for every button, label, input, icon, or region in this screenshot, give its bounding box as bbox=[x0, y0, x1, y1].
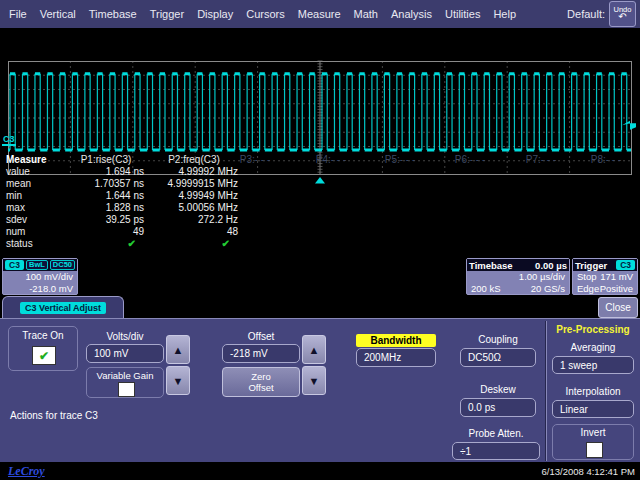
tab-label: C3 Vertical Adjust bbox=[20, 302, 106, 314]
invert-checkbox[interactable] bbox=[586, 442, 603, 458]
measure-row-label-sdev: sdev bbox=[6, 214, 33, 226]
menu-item-measure[interactable]: Measure bbox=[298, 8, 341, 20]
measure-column-header: P6:- - - bbox=[435, 154, 505, 166]
menu-item-display[interactable]: Display bbox=[197, 8, 233, 20]
trigger-level-marker[interactable] bbox=[622, 121, 636, 130]
volts-div-field[interactable]: 100 mV bbox=[86, 344, 164, 363]
measure-row-label-mean: mean bbox=[6, 178, 33, 190]
measure-cell-num: 48 bbox=[150, 226, 238, 238]
offset-down-button[interactable]: ▼ bbox=[302, 366, 326, 395]
trigger-level: 171 mV bbox=[600, 271, 633, 283]
coupling-field[interactable]: DC50Ω bbox=[460, 348, 536, 367]
c3-descriptor-box[interactable]: C3 BwL DC50 100 mV/div -218.0 mV bbox=[2, 258, 78, 295]
close-label: Close bbox=[605, 302, 631, 313]
timebase-title: Timebase bbox=[469, 260, 513, 271]
zero-offset-label-2: Offset bbox=[248, 382, 273, 393]
measure-cell-status: ✔ bbox=[150, 238, 238, 250]
menu-item-trigger[interactable]: Trigger bbox=[150, 8, 184, 20]
trigger-slope: Positive bbox=[600, 283, 633, 295]
measure-column-p7: P7:- - - bbox=[506, 154, 576, 166]
menu-item-vertical[interactable]: Vertical bbox=[40, 8, 76, 20]
offset-field[interactable]: -218 mV bbox=[222, 344, 300, 363]
measure-cell-max: 1.828 ns bbox=[68, 202, 144, 214]
variable-gain-checkbox[interactable] bbox=[118, 382, 135, 397]
measure-column-header: P4:- - - bbox=[296, 154, 366, 166]
close-button[interactable]: Close bbox=[598, 297, 638, 318]
measure-row-label-status: status bbox=[6, 238, 33, 250]
default-setup-label: Default: bbox=[567, 8, 605, 20]
tab-c3-vertical-adjust[interactable]: C3 Vertical Adjust bbox=[2, 296, 124, 318]
c3-channel-chip: C3 bbox=[5, 260, 24, 270]
measure-column-p4: P4:- - - bbox=[296, 154, 366, 166]
interpolation-value: Linear bbox=[560, 404, 588, 415]
trace-on-label: Trace On bbox=[9, 330, 77, 341]
measure-column-header: P8:- - - bbox=[572, 154, 640, 166]
timebase-rate: 20 GS/s bbox=[531, 283, 565, 295]
coupling-label: Coupling bbox=[460, 334, 536, 345]
menu-item-utilities[interactable]: Utilities bbox=[445, 8, 480, 20]
measure-cell-min: 4.99949 MHz bbox=[150, 190, 238, 202]
measure-cell-value: 4.99992 MHz bbox=[150, 166, 238, 178]
measure-column-header: P3:- - - bbox=[220, 154, 290, 166]
menu-item-file[interactable]: File bbox=[9, 8, 27, 20]
deskew-field[interactable]: 0.0 ps bbox=[460, 398, 536, 417]
menu-right: Default: Undo ↶ bbox=[567, 0, 636, 28]
measure-cell-status: ✔ bbox=[68, 238, 144, 250]
zero-offset-button[interactable]: Zero Offset bbox=[222, 367, 300, 397]
volts-div-down-button[interactable]: ▼ bbox=[166, 366, 190, 395]
c3-ground-level-marker[interactable]: C3 bbox=[2, 134, 16, 146]
deskew-label: Deskew bbox=[460, 384, 536, 395]
probe-atten-field[interactable]: ÷1 bbox=[452, 442, 540, 460]
measure-column-p6: P6:- - - bbox=[435, 154, 505, 166]
interpolation-label: Interpolation bbox=[550, 386, 636, 397]
menu-item-help[interactable]: Help bbox=[493, 8, 516, 20]
trigger-title: Trigger bbox=[575, 260, 607, 271]
timebase-per-div: 1.00 µs/div bbox=[519, 271, 565, 283]
measure-cell-sdev: 272.2 Hz bbox=[150, 214, 238, 226]
lecroy-logo: LeCroy bbox=[8, 464, 45, 479]
invert-label: Invert bbox=[553, 427, 633, 438]
menu-items: FileVerticalTimebaseTriggerDisplayCursor… bbox=[0, 8, 516, 20]
preprocessing-title: Pre-Processing bbox=[548, 324, 638, 335]
bandwidth-field[interactable]: 200MHz bbox=[356, 348, 436, 367]
trace-on-checkbox[interactable]: ✔ bbox=[32, 346, 56, 365]
trigger-descriptor-box[interactable]: Trigger C3 Stop 171 mV Edge Positive bbox=[572, 258, 638, 295]
measure-column-header: P7:- - - bbox=[506, 154, 576, 166]
offset-label: Offset bbox=[222, 331, 300, 342]
interpolation-field[interactable]: Linear bbox=[552, 400, 634, 418]
trigger-mode: Stop bbox=[577, 271, 597, 283]
menu-item-cursors[interactable]: Cursors bbox=[246, 8, 285, 20]
measure-row-label-value: value bbox=[6, 166, 33, 178]
oscilloscope-screen: FileVerticalTimebaseTriggerDisplayCursor… bbox=[0, 0, 640, 480]
measure-cell-mean: 1.70357 ns bbox=[68, 178, 144, 190]
measure-column-p3: P3:- - - bbox=[220, 154, 290, 166]
measure-cell-sdev: 39.25 ps bbox=[68, 214, 144, 226]
averaging-field[interactable]: 1 sweep bbox=[552, 356, 634, 374]
measure-column-header: P5:- - - bbox=[365, 154, 435, 166]
trace-on-group: Trace On ✔ bbox=[8, 326, 78, 371]
deskew-value: 0.0 ps bbox=[468, 402, 495, 413]
menu-item-math[interactable]: Math bbox=[354, 8, 378, 20]
measure-cell-num: 49 bbox=[68, 226, 144, 238]
measure-cell-mean: 4.9999915 MHz bbox=[150, 178, 238, 190]
measure-row-label-num: num bbox=[6, 226, 33, 238]
averaging-value: 1 sweep bbox=[560, 360, 597, 371]
actions-for-trace-label: Actions for trace C3 bbox=[10, 410, 98, 421]
measure-column-header: P1:rise(C3) bbox=[68, 154, 144, 166]
volts-div-up-button[interactable]: ▲ bbox=[166, 335, 190, 364]
variable-gain-group: Variable Gain bbox=[86, 367, 164, 398]
c3-vertical-adjust-dialog: Trace On ✔ Volts/div 100 mV ▲ ▼ Variable… bbox=[0, 318, 640, 463]
undo-button[interactable]: Undo ↶ bbox=[609, 1, 636, 27]
measure-column-p1: P1:rise(C3)1.694 ns1.70357 ns1.644 ns1.8… bbox=[68, 154, 144, 250]
timebase-descriptor-box[interactable]: Timebase 0.00 µs 1.00 µs/div 200 kS 20 G… bbox=[466, 258, 570, 295]
measure-cell-max: 5.00056 MHz bbox=[150, 202, 238, 214]
measure-row-labels: valuemeanminmaxsdevnumstatus bbox=[6, 166, 33, 250]
bandwidth-label: Bandwidth bbox=[356, 334, 436, 347]
probe-atten-value: ÷1 bbox=[460, 446, 471, 457]
offset-up-button[interactable]: ▲ bbox=[302, 335, 326, 364]
measure-column-p2: P2:freq(C3)4.99992 MHz4.9999915 MHz4.999… bbox=[150, 154, 238, 250]
menu-item-timebase[interactable]: Timebase bbox=[89, 8, 137, 20]
variable-gain-label: Variable Gain bbox=[87, 370, 163, 381]
menu-item-analysis[interactable]: Analysis bbox=[391, 8, 432, 20]
measure-column-p5: P5:- - - bbox=[365, 154, 435, 166]
